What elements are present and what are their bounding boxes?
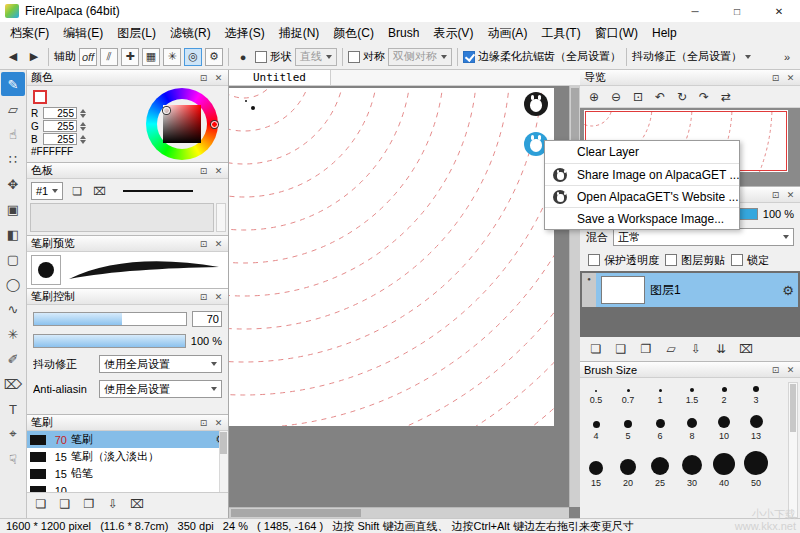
palette-list[interactable] [30, 203, 214, 232]
brush-size-option[interactable]: 2 [708, 386, 740, 405]
float-panel-icon[interactable]: ⊡ [770, 364, 781, 375]
new-layer-icon[interactable]: ❏ [588, 341, 604, 357]
zoom-in-icon[interactable]: ⊕ [586, 89, 602, 105]
chevron-down-icon[interactable] [745, 55, 751, 59]
menu-item-clear-layer[interactable]: Clear Layer [545, 141, 739, 163]
menu-tools[interactable]: 工具(T) [534, 22, 587, 45]
rotate-left-icon[interactable]: ↶ [652, 89, 668, 105]
float-panel-icon[interactable]: ⊡ [198, 291, 209, 302]
spinner-icon[interactable] [80, 122, 86, 131]
brush-size-option[interactable]: 1 [644, 386, 676, 405]
menu-item-open-website[interactable]: Open AlpacaGET's Website ... [545, 185, 739, 207]
tool-lasso[interactable]: ∿ [1, 297, 25, 321]
brush-size-option[interactable]: 6 [644, 415, 676, 441]
brush-size-option[interactable]: 30 [676, 451, 708, 488]
brush-list-item[interactable]: 15 铅笔 [27, 465, 228, 482]
stabilize-setting-dropdown[interactable]: 使用全局设置 [99, 355, 222, 373]
tool-select-pen[interactable]: ✐ [1, 347, 25, 371]
snap-off-button[interactable]: off [79, 48, 97, 66]
tool-move[interactable]: ✥ [1, 172, 25, 196]
document-tab[interactable]: Untitled [229, 70, 331, 85]
tool-finger[interactable]: ☝ [1, 122, 25, 146]
duplicate-layer-icon[interactable]: ❐ [638, 341, 654, 357]
brush-size-option[interactable]: 40 [708, 451, 740, 488]
duplicate-brush-icon[interactable]: ❐ [81, 496, 97, 512]
import-brush-icon[interactable]: ⇩ [105, 496, 121, 512]
menu-help[interactable]: Help [645, 23, 684, 43]
new-brush-folder-icon[interactable]: ❑ [57, 496, 73, 512]
menu-item-share-image[interactable]: Share Image on AlpacaGET ... [545, 163, 739, 185]
close-panel-icon[interactable]: ✕ [213, 72, 224, 83]
layer-visibility-icon[interactable]: ● [582, 273, 596, 307]
close-panel-icon[interactable]: ✕ [213, 291, 224, 302]
brush-size-option[interactable]: 4 [580, 415, 612, 441]
hue-marker[interactable] [211, 121, 218, 128]
menu-select[interactable]: 选择(S) [218, 22, 272, 45]
float-panel-icon[interactable]: ⊡ [198, 238, 209, 249]
menu-brush[interactable]: Brush [381, 23, 426, 43]
alpaca-avatar-button[interactable] [524, 92, 548, 116]
menu-animation[interactable]: 动画(A) [480, 22, 534, 45]
merge-layer-icon[interactable]: ⇩ [688, 341, 704, 357]
rotate-right-icon[interactable]: ↷ [696, 89, 712, 105]
antialias-checkbox[interactable] [463, 51, 475, 63]
shape-type-dropdown[interactable]: 直线 [295, 48, 337, 66]
brush-opacity-slider[interactable] [33, 334, 186, 348]
rotate-reset-icon[interactable]: ↻ [674, 89, 690, 105]
brush-size-option[interactable]: 1.5 [676, 386, 708, 405]
brush-size-option[interactable]: 10 [708, 415, 740, 441]
spinner-icon[interactable] [80, 135, 86, 144]
shape-checkbox[interactable] [255, 51, 267, 63]
zoom-out-icon[interactable]: ⊖ [608, 89, 624, 105]
menu-item-save-workspace-image[interactable]: Save a Workspace Image... [545, 207, 739, 229]
brush-size-option[interactable]: 25 [644, 451, 676, 488]
palette-set-dropdown[interactable]: #1 [31, 182, 63, 200]
brush-size-option[interactable]: 13 [740, 415, 772, 441]
menu-edit[interactable]: 编辑(E) [56, 22, 110, 45]
close-panel-icon[interactable]: ✕ [213, 238, 224, 249]
tool-brush[interactable]: ✎ [1, 72, 25, 96]
menu-snap[interactable]: 捕捉(N) [272, 22, 327, 45]
layer-row[interactable]: ● 图层1 ⚙ [582, 273, 798, 307]
delete-brush-icon[interactable]: ⌧ [129, 496, 145, 512]
close-panel-icon[interactable]: ✕ [213, 417, 224, 428]
prev-icon[interactable]: ◀ [4, 48, 22, 66]
brush-list-item[interactable]: 10 [27, 482, 228, 493]
brush-size-slider[interactable] [33, 312, 187, 326]
tool-rect-select[interactable]: ▢ [1, 247, 25, 271]
clipping-checkbox[interactable] [665, 254, 677, 266]
snap-radial-icon[interactable]: ✳ [163, 48, 181, 66]
brush-list-item[interactable]: 70 笔刷 ⚙ [27, 431, 228, 448]
snap-settings-icon[interactable]: ⚙ [205, 48, 223, 66]
maximize-button[interactable]: □ [716, 0, 758, 22]
tool-hand[interactable]: ☟ [1, 447, 25, 471]
toolbar-overflow-icon[interactable]: » [778, 48, 796, 66]
canvas-paper[interactable] [229, 88, 554, 426]
delete-layer-icon[interactable]: ⌧ [738, 341, 754, 357]
blend-mode-dropdown[interactable]: 正常 [613, 228, 794, 246]
tool-eyedropper[interactable]: ⌖ [1, 422, 25, 446]
transfer-layer-icon[interactable]: ⇊ [713, 341, 729, 357]
palette-scrollbar[interactable] [216, 203, 226, 232]
symmetry-checkbox[interactable] [348, 51, 360, 63]
snap-grid-icon[interactable]: ▦ [142, 48, 160, 66]
zoom-fit-icon[interactable]: ⊡ [630, 89, 646, 105]
current-color-swatch[interactable] [33, 90, 47, 104]
snap-parallel-icon[interactable]: ⫽ [100, 48, 118, 66]
float-panel-icon[interactable]: ⊡ [770, 72, 781, 83]
tool-dot[interactable]: ∷ [1, 147, 25, 171]
close-panel-icon[interactable]: ✕ [213, 165, 224, 176]
brush-list-item[interactable]: 15 笔刷（淡入淡出） [27, 448, 228, 465]
g-input[interactable] [43, 120, 77, 132]
brush-size-input[interactable] [192, 311, 222, 327]
menu-file[interactable]: 档案(F) [3, 22, 56, 45]
tool-text[interactable]: T [1, 397, 25, 421]
spinner-icon[interactable] [80, 109, 86, 118]
sv-marker[interactable] [163, 107, 170, 114]
tool-gradient[interactable]: ◧ [1, 222, 25, 246]
brush-size-option[interactable]: 0.7 [612, 386, 644, 405]
new-swatch-icon[interactable]: ❏ [69, 183, 85, 199]
menu-window[interactable]: 窗口(W) [588, 22, 645, 45]
r-input[interactable] [43, 107, 77, 119]
new-layer-folder-icon[interactable]: ❑ [613, 341, 629, 357]
